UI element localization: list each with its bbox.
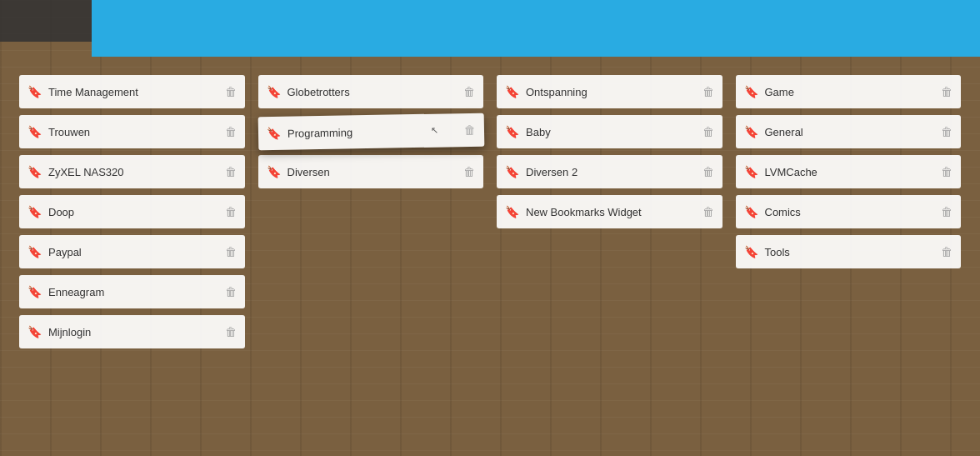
delete-icon[interactable]: 🗑: [225, 325, 237, 338]
widget-label: Diversen 2: [526, 166, 696, 178]
delete-icon[interactable]: 🗑: [702, 205, 714, 218]
widget-item[interactable]: 🔖Globetrotters🗑: [258, 75, 484, 108]
widget-label: General: [765, 126, 935, 138]
widget-label: Time Management: [48, 86, 218, 98]
widget-item[interactable]: 🔖Ontspanning🗑: [497, 75, 722, 108]
bookmark-icon: 🔖: [744, 165, 758, 178]
widget-column-2: 🔖Globetrotters🗑🔖Programming↖🗑🔖Diversen🗑: [252, 75, 491, 348]
widget-item[interactable]: 🔖Doop🗑: [19, 195, 245, 228]
delete-icon[interactable]: 🗑: [702, 125, 714, 138]
widget-label: Game: [765, 86, 935, 98]
bookmark-icon: 🔖: [28, 85, 42, 98]
widget-item[interactable]: 🔖Diversen🗑: [258, 155, 484, 188]
bookmark-icon: 🔖: [28, 205, 42, 218]
delete-icon[interactable]: 🗑: [225, 205, 237, 218]
delete-icon[interactable]: 🗑: [702, 165, 714, 178]
widget-item[interactable]: 🔖LVMCache🗑: [736, 155, 962, 188]
widget-label: Trouwen: [48, 126, 218, 138]
delete-icon[interactable]: 🗑: [225, 165, 237, 178]
notification-bar: [92, 0, 980, 57]
widget-label: Comics: [765, 206, 935, 218]
delete-icon[interactable]: 🗑: [941, 165, 952, 178]
bookmark-icon: 🔖: [505, 85, 519, 98]
bookmark-icon: 🔖: [28, 125, 42, 138]
widget-label: Baby: [526, 126, 696, 138]
widget-column-4: 🔖Game🗑🔖General🗑🔖LVMCache🗑🔖Comics🗑🔖Tools🗑: [729, 75, 968, 348]
widget-label: Tools: [765, 246, 935, 258]
widgets-area: 🔖Time Management🗑🔖Trouwen🗑🔖ZyXEL NAS320🗑…: [0, 67, 980, 456]
bookmark-icon: 🔖: [28, 245, 42, 258]
widget-label: Ontspanning: [526, 86, 696, 98]
delete-icon[interactable]: 🗑: [463, 85, 475, 98]
widget-item[interactable]: 🔖General🗑: [736, 115, 962, 148]
widget-item[interactable]: 🔖Baby🗑: [497, 115, 722, 148]
bookmark-icon: 🔖: [744, 85, 758, 98]
widget-label: Diversen: [288, 166, 458, 178]
widget-item[interactable]: 🔖Time Management🗑: [19, 75, 245, 108]
delete-icon[interactable]: 🗑: [225, 245, 237, 258]
bookmark-icon: 🔖: [266, 127, 280, 140]
delete-icon[interactable]: 🗑: [941, 245, 952, 258]
delete-icon[interactable]: 🗑: [225, 125, 237, 138]
widget-item[interactable]: 🔖New Bookmarks Widget🗑: [497, 195, 722, 228]
bookmark-icon: 🔖: [28, 285, 42, 298]
bookmark-icon: 🔖: [28, 165, 42, 178]
delete-icon[interactable]: 🗑: [463, 123, 475, 137]
widget-label: ZyXEL NAS320: [48, 166, 218, 178]
widget-item[interactable]: 🔖Enneagram🗑: [19, 275, 245, 308]
delete-icon[interactable]: 🗑: [941, 205, 952, 218]
widget-item[interactable]: 🔖ZyXEL NAS320🗑: [19, 155, 245, 188]
widget-item[interactable]: 🔖Tools🗑: [736, 235, 962, 268]
widget-item[interactable]: 🔖Comics🗑: [736, 195, 962, 228]
delete-icon[interactable]: 🗑: [225, 85, 237, 98]
delete-icon[interactable]: 🗑: [941, 125, 952, 138]
bookmark-icon: 🔖: [744, 205, 758, 218]
widget-label: Enneagram: [48, 286, 218, 298]
widget-item[interactable]: 🔖Mijnlogin🗑: [19, 315, 245, 348]
widget-item[interactable]: 🔖Paypal🗑: [19, 235, 245, 268]
widget-column-3: 🔖Ontspanning🗑🔖Baby🗑🔖Diversen 2🗑🔖New Book…: [490, 75, 729, 348]
bookmark-icon: 🔖: [267, 165, 281, 178]
widget-label: Mijnlogin: [48, 326, 218, 338]
bookmark-icon: 🔖: [744, 245, 758, 258]
delete-icon[interactable]: 🗑: [941, 85, 952, 98]
widget-label: Paypal: [48, 246, 218, 258]
bookmark-icon: 🔖: [744, 125, 758, 138]
widget-label: LVMCache: [765, 166, 935, 178]
widget-item[interactable]: 🔖Game🗑: [736, 75, 962, 108]
widget-item[interactable]: 🔖Trouwen🗑: [19, 115, 245, 148]
widget-label: Doop: [48, 206, 218, 218]
bookmark-icon: 🔖: [28, 325, 42, 338]
bookmark-icon: 🔖: [267, 85, 281, 98]
bookmark-icon: 🔖: [505, 125, 519, 138]
delete-icon[interactable]: 🗑: [702, 85, 714, 98]
widget-label: New Bookmarks Widget: [526, 206, 696, 218]
bookmark-icon: 🔖: [505, 205, 519, 218]
widget-label: Globetrotters: [288, 86, 458, 98]
widget-label: Programming: [287, 124, 457, 140]
widget-column-1: 🔖Time Management🗑🔖Trouwen🗑🔖ZyXEL NAS320🗑…: [12, 75, 252, 348]
widget-item[interactable]: 🔖Diversen 2🗑: [497, 155, 722, 188]
bookmark-icon: 🔖: [505, 165, 519, 178]
delete-icon[interactable]: 🗑: [225, 285, 237, 298]
delete-icon[interactable]: 🗑: [463, 165, 475, 178]
widget-item[interactable]: 🔖Programming↖🗑: [258, 113, 483, 151]
